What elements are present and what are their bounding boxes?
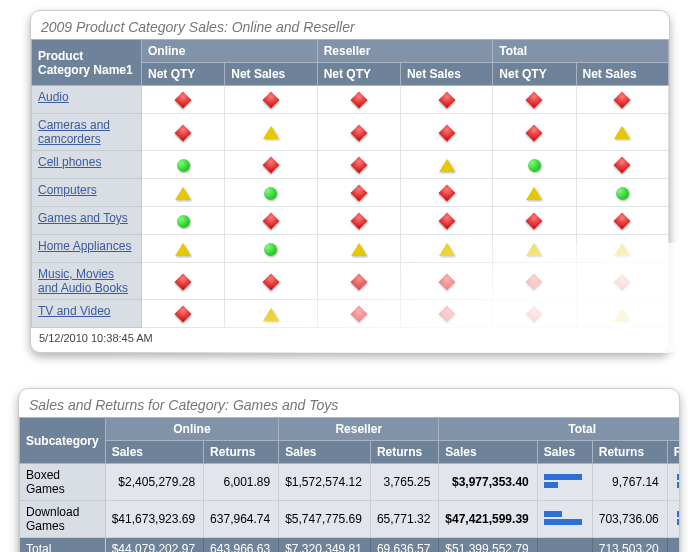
kpi-cell <box>225 114 317 151</box>
subcategory-table: Subcategory Online Reseller Total SalesR… <box>19 417 680 552</box>
diamond-icon <box>350 185 367 202</box>
triangle-icon <box>614 308 630 321</box>
col-net-sales: Net Sales <box>576 63 668 86</box>
row-header: Subcategory <box>20 418 106 464</box>
value-cell: 3,765.25 <box>370 464 438 501</box>
kpi-cell <box>493 179 576 207</box>
triangle-icon <box>351 243 367 256</box>
kpi-cell <box>142 207 225 235</box>
value-cell: $1,572,574.12 <box>279 464 371 501</box>
total-returns-bars <box>667 464 680 501</box>
table-row: Cell phones <box>32 151 669 179</box>
category-sales-table: Product Category Name1 Online Reseller T… <box>31 39 669 328</box>
total-value-cell: $7,320,349.81 <box>279 538 371 553</box>
panel-title: 2009 Product Category Sales: Online and … <box>31 11 669 39</box>
value-cell: 6,001.89 <box>204 464 279 501</box>
diamond-icon <box>350 273 367 290</box>
total-value-cell: 69,636.57 <box>370 538 438 553</box>
kpi-cell <box>225 207 317 235</box>
kpi-cell <box>576 263 668 300</box>
kpi-cell <box>493 207 576 235</box>
kpi-cell <box>142 114 225 151</box>
table-row: Boxed Games$2,405,279.286,001.89$1,572,5… <box>20 464 681 501</box>
total-sales-cell: $3,977,353.40 <box>439 464 537 501</box>
col-returns: Returns <box>370 441 438 464</box>
kpi-cell <box>576 300 668 328</box>
group-online: Online <box>105 418 278 441</box>
sparkline-bars <box>677 473 680 489</box>
kpi-cell <box>225 86 317 114</box>
kpi-cell <box>576 179 668 207</box>
triangle-icon <box>614 243 630 256</box>
kpi-cell <box>400 207 492 235</box>
diamond-icon <box>350 306 367 323</box>
kpi-cell <box>317 114 400 151</box>
category-link[interactable]: Computers <box>38 183 97 197</box>
value-cell: $2,405,279.28 <box>105 464 203 501</box>
table-row: Games and Toys <box>32 207 669 235</box>
circle-icon <box>177 215 190 228</box>
timestamp: 5/12/2010 10:38:45 AM <box>31 328 669 348</box>
circle-icon <box>264 187 277 200</box>
total-value-cell: $44,079,202.97 <box>105 538 203 553</box>
diamond-icon <box>526 213 543 230</box>
diamond-icon <box>175 273 192 290</box>
diamond-icon <box>350 92 367 109</box>
category-sales-panel: 2009 Product Category Sales: Online and … <box>30 10 670 353</box>
total-value-cell: 713,503.20 <box>592 538 667 553</box>
table-row: TV and Video <box>32 300 669 328</box>
kpi-cell <box>142 151 225 179</box>
triangle-icon <box>263 308 279 321</box>
total-sales-bars <box>537 501 592 538</box>
triangle-icon <box>439 243 455 256</box>
kpi-cell <box>317 235 400 263</box>
total-returns-bars <box>667 501 680 538</box>
kpi-cell <box>576 86 668 114</box>
value-cell: 637,964.74 <box>204 501 279 538</box>
diamond-icon <box>175 92 192 109</box>
kpi-cell <box>576 207 668 235</box>
kpi-cell <box>400 114 492 151</box>
subcategory-label: Download Games <box>20 501 106 538</box>
diamond-icon <box>614 213 631 230</box>
category-link[interactable]: TV and Video <box>38 304 111 318</box>
category-link[interactable]: Games and Toys <box>38 211 128 225</box>
diamond-icon <box>526 124 543 141</box>
kpi-cell <box>225 263 317 300</box>
kpi-cell <box>142 179 225 207</box>
kpi-cell <box>317 151 400 179</box>
diamond-icon <box>614 157 631 174</box>
category-link[interactable]: Cell phones <box>38 155 101 169</box>
group-total: Total <box>493 40 669 63</box>
sparkline-bars <box>544 510 584 526</box>
kpi-cell <box>142 235 225 263</box>
category-link[interactable]: Audio <box>38 90 69 104</box>
sparkline-bars <box>544 473 584 489</box>
diamond-icon <box>614 273 631 290</box>
total-sales-cell: $47,421,599.39 <box>439 501 537 538</box>
category-link[interactable]: Music, Movies and Audio Books <box>38 267 128 295</box>
kpi-cell <box>317 207 400 235</box>
kpi-cell <box>400 151 492 179</box>
col-returns: Returns <box>667 441 680 464</box>
diamond-icon <box>350 124 367 141</box>
col-sales: Sales <box>537 441 592 464</box>
kpi-cell <box>493 151 576 179</box>
sparkline-bars <box>677 510 680 526</box>
diamond-icon <box>175 124 192 141</box>
group-total: Total <box>439 418 680 441</box>
triangle-icon <box>614 126 630 139</box>
kpi-cell <box>400 86 492 114</box>
total-returns-cell: 703,736.06 <box>592 501 667 538</box>
triangle-icon <box>175 243 191 256</box>
col-net-sales: Net Sales <box>225 63 317 86</box>
total-sales-bars <box>537 464 592 501</box>
total-label: Total <box>20 538 106 553</box>
panel-title: Sales and Returns for Category: Games an… <box>19 389 679 417</box>
category-link[interactable]: Home Appliances <box>38 239 131 253</box>
category-link[interactable]: Cameras and camcorders <box>38 118 110 146</box>
kpi-cell <box>576 235 668 263</box>
diamond-icon <box>438 306 455 323</box>
circle-icon <box>616 187 629 200</box>
kpi-cell <box>400 300 492 328</box>
